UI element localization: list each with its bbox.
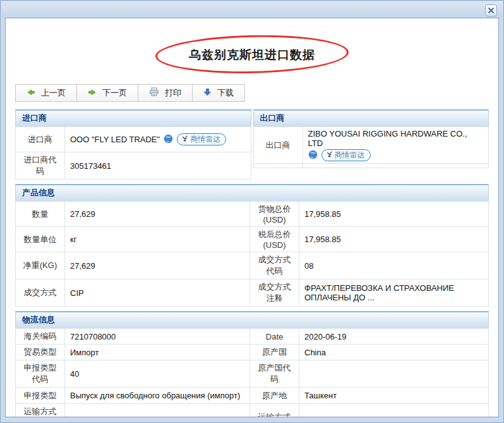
toolbar: 上一页 下一页 打印 (15, 84, 489, 102)
field-value: Выпуск для свободного обращения (импорт) (65, 388, 250, 404)
field-label: 贸易类型 (16, 345, 65, 360)
field-value: 08 (299, 252, 489, 279)
radar-badge[interactable]: 商情雷达 (177, 133, 226, 145)
title-area: 乌兹别克斯坦进口数据 (15, 27, 489, 83)
field-label: 原产国代码 (250, 360, 299, 388)
next-page-button[interactable]: 下一页 (76, 84, 138, 102)
field-label: 运输方式 (250, 404, 299, 418)
arrow-right-icon (88, 88, 97, 99)
field-label: 进口商代码 (16, 152, 65, 180)
table-row: 数量 27,629 货物总价(USD) 17,958.85 (16, 202, 489, 227)
importer-table: 进口商 OOO "FLY LED TRADE" (15, 126, 251, 180)
importer-name: OOO "FLY LED TRADE" (70, 135, 160, 144)
dialog-window: 乌兹别克斯坦进口数据 上一页 下一页 (0, 0, 504, 423)
logistics-section-header: 物流信息 (15, 311, 489, 328)
field-value (299, 404, 489, 418)
field-label: 数量单位 (16, 227, 65, 252)
field-value (65, 404, 250, 418)
field-value: 27,629 (65, 202, 250, 227)
close-icon (488, 5, 495, 16)
table-row: 进口商代码 305173461 (16, 152, 251, 180)
logistics-table: 海关编码 7210708000 Date 2020-06-19 贸易类型 Имп… (15, 328, 489, 417)
field-value: Ташкент (299, 388, 489, 404)
field-value: 27,629 (65, 252, 250, 279)
radar-badge-label: 商情雷达 (190, 134, 220, 144)
field-value: 17,958.85 (299, 202, 489, 227)
field-label: 申报类型 (16, 388, 65, 404)
arrow-left-icon (27, 88, 35, 99)
globe-icon[interactable] (164, 134, 173, 145)
table-row: 数量单位 кг 税后总价(USD) 17,958.85 (16, 227, 489, 252)
field-value: CIP (65, 279, 250, 307)
table-row: 成交方式 CIP 成交方式注释 ФРАХТ/ПЕРЕВОЗКА И СТРАХО… (16, 279, 489, 307)
prev-page-label: 上一页 (41, 87, 66, 99)
dialog-content: 乌兹别克斯坦进口数据 上一页 下一页 (5, 18, 499, 417)
exporter-column: 出口商 出口商 ZIBO YOUSAI RIGGING HARDWARE CO.… (253, 109, 489, 180)
radar-badge-label: 商情雷达 (335, 150, 365, 160)
field-value: ФРАХТ/ПЕРЕВОЗКА И СТРАХОВАНИЕ ОПЛАЧЕНЫ Д… (299, 279, 489, 307)
table-row: 申报类型 Выпуск для свободного обращения (им… (16, 388, 489, 404)
field-value: кг (65, 227, 250, 252)
product-info-section: 产品信息 数量 27,629 货物总价(USD) 17,958.85 数量单位 … (15, 184, 489, 307)
importer-column: 进口商 进口商 OOO "FLY LED TRADE" (15, 109, 251, 180)
product-table: 数量 27,629 货物总价(USD) 17,958.85 数量单位 кг 税后… (15, 201, 489, 307)
print-label: 打印 (165, 87, 181, 99)
table-row: 出口商 ZIBO YOUSAI RIGGING HARDWARE CO., LT… (253, 127, 489, 164)
field-value (299, 360, 489, 388)
field-value: ZIBO YOUSAI RIGGING HARDWARE CO., LTD (303, 127, 489, 164)
field-label: 运输方式代码 (16, 404, 65, 418)
table-row: 海关编码 7210708000 Date 2020-06-19 (16, 329, 489, 345)
field-label: 海关编码 (16, 329, 65, 345)
importer-section-header: 进口商 (15, 109, 251, 126)
field-value (303, 164, 489, 168)
field-label: 货物总价(USD) (250, 202, 299, 227)
field-label: 原产地 (250, 388, 299, 404)
exporter-table: 出口商 ZIBO YOUSAI RIGGING HARDWARE CO., LT… (253, 126, 489, 168)
field-value: OOO "FLY LED TRADE" (65, 127, 251, 152)
table-row (253, 164, 489, 168)
field-label: 税后总价(USD) (250, 227, 299, 252)
table-row: 运输方式代码 运输方式 (16, 404, 489, 418)
field-label: 进口商 (16, 127, 65, 152)
logistics-info-section: 物流信息 海关编码 7210708000 Date 2020-06-19 贸易类… (15, 311, 489, 417)
parties-section: 进口商 进口商 OOO "FLY LED TRADE" (15, 109, 489, 180)
page-title: 乌兹别克斯坦进口数据 (189, 47, 315, 63)
field-value: China (299, 345, 489, 360)
prev-page-button[interactable]: 上一页 (15, 84, 77, 102)
dialog-titlebar (1, 1, 503, 18)
field-label: Date (250, 329, 299, 345)
exporter-section-header: 出口商 (253, 109, 489, 126)
globe-icon[interactable] (308, 150, 318, 161)
field-label: 申报类型代码 (16, 360, 65, 388)
radar-icon (326, 150, 333, 160)
print-button[interactable]: 打印 (138, 84, 193, 102)
close-button[interactable] (485, 4, 497, 16)
exporter-name: ZIBO YOUSAI RIGGING HARDWARE CO., LTD (308, 129, 484, 148)
field-label: 出口商 (253, 127, 303, 164)
field-label: 成交方式注释 (250, 279, 299, 307)
table-row: 进口商 OOO "FLY LED TRADE" (16, 127, 251, 152)
field-value: 17,958.85 (299, 227, 489, 252)
field-value: 7210708000 (65, 329, 250, 345)
printer-icon (149, 87, 159, 99)
download-label: 下载 (217, 87, 234, 99)
next-page-label: 下一页 (102, 87, 127, 99)
field-value: Импорт (65, 345, 250, 360)
radar-badge[interactable]: 商情雷达 (321, 149, 371, 161)
field-label: 成交方式 (16, 279, 65, 307)
field-label: 数量 (16, 202, 65, 227)
field-label: 原产国 (250, 345, 299, 360)
field-label: 成交方式代码 (250, 252, 299, 279)
table-row: 贸易类型 Импорт 原产国 China (16, 345, 489, 360)
field-value: 2020-06-19 (299, 329, 489, 345)
field-label: 净重(KG) (16, 252, 65, 279)
field-value: 40 (65, 360, 250, 388)
table-row: 净重(KG) 27,629 成交方式代码 08 (16, 252, 489, 279)
field-label (253, 164, 303, 168)
download-button[interactable]: 下载 (192, 84, 245, 102)
download-icon (203, 88, 212, 98)
radar-icon (181, 134, 188, 144)
field-value: 305173461 (65, 152, 251, 180)
product-section-header: 产品信息 (15, 184, 489, 201)
table-row: 申报类型代码 40 原产国代码 (16, 360, 489, 388)
